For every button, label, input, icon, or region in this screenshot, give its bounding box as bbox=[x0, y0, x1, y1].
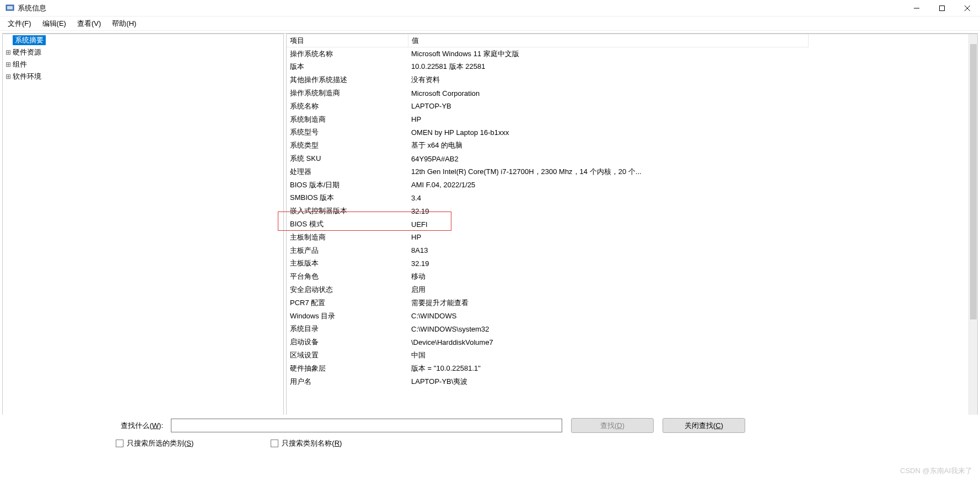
cell-item: SMBIOS 版本 bbox=[287, 192, 408, 205]
cell-item: PCR7 配置 bbox=[287, 296, 408, 310]
cell-item: BIOS 模式 bbox=[287, 218, 408, 231]
details-scroll[interactable]: 项目 值 操作系统名称Microsoft Windows 11 家庭中文版版本1… bbox=[287, 34, 968, 416]
maximize-button[interactable] bbox=[929, 0, 955, 17]
cell-value: 移动 bbox=[408, 270, 809, 283]
table-row[interactable]: 主板制造商HP bbox=[287, 231, 809, 244]
cell-item: BIOS 版本/日期 bbox=[287, 178, 408, 192]
cell-item: 系统目录 bbox=[287, 323, 408, 336]
tree-root[interactable]: 系统摘要 bbox=[3, 34, 283, 46]
cell-item: 主板制造商 bbox=[287, 231, 408, 244]
tree-item-label: 组件 bbox=[13, 59, 27, 69]
cell-item: 平台角色 bbox=[287, 270, 408, 283]
cell-item: 系统制造商 bbox=[287, 113, 408, 126]
cell-item: 操作系统制造商 bbox=[287, 86, 408, 100]
tree-item[interactable]: ⊞硬件资源 bbox=[3, 46, 283, 58]
cell-item: 版本 bbox=[287, 61, 408, 74]
menu-view[interactable]: 查看(V) bbox=[72, 18, 106, 30]
cell-value: 8A13 bbox=[408, 244, 809, 257]
search-panel: 查找什么(W): 查找(D) 关闭查找(C) 只搜索所选的类别(S) 只搜索类别… bbox=[0, 415, 980, 466]
table-row[interactable]: BIOS 模式UEFI bbox=[287, 218, 809, 231]
cell-item: 其他操作系统描述 bbox=[287, 73, 408, 86]
cell-value: AMI F.04, 2022/1/25 bbox=[408, 178, 809, 192]
expander-icon[interactable]: ⊞ bbox=[5, 73, 12, 80]
table-row[interactable]: 操作系统制造商Microsoft Corporation bbox=[287, 86, 809, 100]
cell-value: 32.19 bbox=[408, 257, 809, 270]
table-row[interactable]: PCR7 配置需要提升才能查看 bbox=[287, 296, 809, 310]
svg-rect-1 bbox=[7, 6, 13, 9]
cell-item: 系统名称 bbox=[287, 100, 408, 113]
cell-value: 3.4 bbox=[408, 192, 809, 205]
col-header-value[interactable]: 值 bbox=[408, 34, 809, 47]
cell-value: 版本 = "10.0.22581.1" bbox=[408, 362, 809, 375]
only-selected-checkbox[interactable] bbox=[116, 440, 123, 447]
menu-help[interactable]: 帮助(H) bbox=[106, 18, 142, 30]
table-row[interactable]: 平台角色移动 bbox=[287, 270, 809, 283]
table-row[interactable]: 系统制造商HP bbox=[287, 113, 809, 126]
cell-value: 12th Gen Intel(R) Core(TM) i7-12700H，230… bbox=[408, 165, 809, 178]
table-row[interactable]: BIOS 版本/日期AMI F.04, 2022/1/25 bbox=[287, 178, 809, 192]
cell-value: LAPTOP-YB\夷波 bbox=[408, 375, 809, 388]
cell-item: 主板产品 bbox=[287, 244, 408, 257]
cell-value: 64Y95PA#AB2 bbox=[408, 152, 809, 165]
table-row[interactable]: 系统名称LAPTOP-YB bbox=[287, 100, 809, 113]
table-row[interactable]: 嵌入式控制器版本32.19 bbox=[287, 204, 809, 218]
table-row[interactable]: 硬件抽象层版本 = "10.0.22581.1" bbox=[287, 362, 809, 375]
titlebar: 系统信息 bbox=[0, 0, 980, 17]
cell-value: Microsoft Windows 11 家庭中文版 bbox=[408, 47, 809, 61]
expander-icon[interactable]: ⊞ bbox=[5, 61, 12, 68]
table-row[interactable]: 区域设置中国 bbox=[287, 349, 809, 362]
content-area: 系统摘要 ⊞硬件资源⊞组件⊞软件环境 项目 值 操作系统名称Microsoft … bbox=[2, 33, 978, 417]
vertical-scrollbar[interactable] bbox=[968, 34, 977, 416]
tree-item-label: 软件环境 bbox=[13, 72, 41, 82]
close-button[interactable] bbox=[955, 0, 980, 17]
cell-value: 需要提升才能查看 bbox=[408, 296, 809, 310]
table-row[interactable]: 系统类型基于 x64 的电脑 bbox=[287, 139, 809, 152]
only-names-label: 只搜索类别名称(R) bbox=[282, 438, 342, 448]
table-row[interactable]: 系统目录C:\WINDOWS\system32 bbox=[287, 323, 809, 336]
cell-value: C:\WINDOWS bbox=[408, 310, 809, 323]
cell-item: 系统 SKU bbox=[287, 152, 408, 165]
cell-item: 主板版本 bbox=[287, 257, 408, 270]
svg-rect-3 bbox=[940, 6, 945, 10]
table-row[interactable]: 主板版本32.19 bbox=[287, 257, 809, 270]
cell-value: HP bbox=[408, 113, 809, 126]
cell-item: 区域设置 bbox=[287, 349, 408, 362]
table-row[interactable]: Windows 目录C:\WINDOWS bbox=[287, 310, 809, 323]
nav-tree[interactable]: 系统摘要 ⊞硬件资源⊞组件⊞软件环境 bbox=[2, 34, 284, 417]
table-row[interactable]: 操作系统名称Microsoft Windows 11 家庭中文版 bbox=[287, 47, 809, 61]
table-row[interactable]: 安全启动状态启用 bbox=[287, 283, 809, 296]
only-names-checkbox[interactable] bbox=[271, 440, 278, 447]
details-table: 项目 值 操作系统名称Microsoft Windows 11 家庭中文版版本1… bbox=[287, 34, 809, 388]
cell-value: \Device\HarddiskVolume7 bbox=[408, 335, 809, 349]
menu-edit[interactable]: 编辑(E) bbox=[37, 18, 72, 30]
tree-root-label: 系统摘要 bbox=[13, 35, 46, 45]
table-row[interactable]: 系统型号OMEN by HP Laptop 16-b1xxx bbox=[287, 126, 809, 139]
tree-item-label: 硬件资源 bbox=[13, 47, 41, 57]
table-row[interactable]: SMBIOS 版本3.4 bbox=[287, 192, 809, 205]
table-row[interactable]: 主板产品8A13 bbox=[287, 244, 809, 257]
cell-item: 嵌入式控制器版本 bbox=[287, 204, 408, 218]
cell-item: 安全启动状态 bbox=[287, 283, 408, 296]
only-selected-label: 只搜索所选的类别(S) bbox=[127, 438, 193, 448]
minimize-button[interactable] bbox=[904, 0, 929, 17]
table-row[interactable]: 系统 SKU64Y95PA#AB2 bbox=[287, 152, 809, 165]
table-row[interactable]: 处理器12th Gen Intel(R) Core(TM) i7-12700H，… bbox=[287, 165, 809, 178]
find-button[interactable]: 查找(D) bbox=[571, 418, 654, 433]
menu-file[interactable]: 文件(F) bbox=[2, 18, 37, 30]
col-header-item[interactable]: 项目 bbox=[287, 34, 408, 47]
table-row[interactable]: 启动设备\Device\HarddiskVolume7 bbox=[287, 335, 809, 349]
expander-icon[interactable]: ⊞ bbox=[5, 48, 12, 56]
cell-item: 系统类型 bbox=[287, 139, 408, 152]
cell-item: 系统型号 bbox=[287, 126, 408, 139]
tree-item[interactable]: ⊞组件 bbox=[3, 58, 283, 71]
search-input[interactable] bbox=[171, 419, 562, 432]
table-row[interactable]: 其他操作系统描述没有资料 bbox=[287, 73, 809, 86]
cell-item: 处理器 bbox=[287, 165, 408, 178]
table-row[interactable]: 版本10.0.22581 版本 22581 bbox=[287, 61, 809, 74]
close-find-button[interactable]: 关闭查找(C) bbox=[663, 418, 745, 433]
tree-item[interactable]: ⊞软件环境 bbox=[3, 71, 283, 83]
table-row[interactable]: 用户名LAPTOP-YB\夷波 bbox=[287, 375, 809, 388]
app-icon bbox=[6, 4, 14, 13]
cell-value: HP bbox=[408, 231, 809, 244]
cell-item: 用户名 bbox=[287, 375, 408, 388]
